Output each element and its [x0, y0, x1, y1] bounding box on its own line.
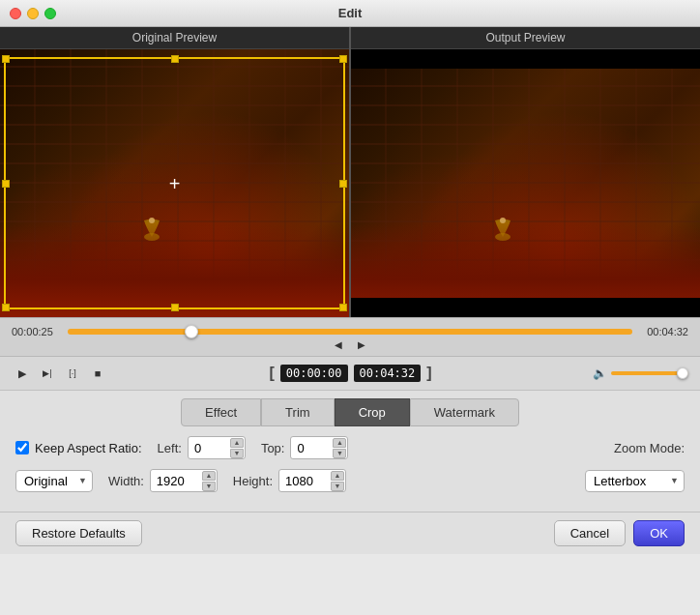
left-stepper: ▲ ▼ [230, 438, 244, 458]
width-field-group: Width: ▲ ▼ [108, 469, 218, 492]
timeline-row: 00:00:25 00:04:32 [12, 326, 688, 337]
top-stepper: ▲ ▼ [333, 438, 346, 458]
tab-watermark[interactable]: Watermark [410, 398, 519, 426]
letterbox-top [351, 49, 700, 69]
tab-effect[interactable]: Effect [181, 398, 261, 426]
left-field-group: Left: ▲ ▼ [158, 436, 246, 459]
volume-icon: 🔈 [593, 366, 607, 380]
left-stepper-up[interactable]: ▲ [230, 438, 244, 448]
bottom-right-buttons: Cancel OK [554, 520, 685, 546]
width-input-wrap: ▲ ▼ [150, 469, 218, 492]
letterbox-select-wrap: Letterbox Pan & Scan Stretch ▼ [585, 470, 685, 492]
crop-handle-tr[interactable] [339, 55, 347, 63]
output-preview-canvas [351, 49, 700, 317]
transport-area: ▶ ▶| [·] ■ [ 00:00:00 00:04:32 ] 🔈 [0, 356, 700, 390]
height-input-wrap: ▲ ▼ [278, 469, 346, 492]
window-title: Edit [338, 6, 363, 20]
left-label: Left: [158, 441, 182, 455]
controls-area: Keep Aspect Ratio: Left: ▲ ▼ Top: ▲ ▼ [0, 426, 700, 512]
height-field-group: Height: ▲ ▼ [233, 469, 346, 492]
width-label: Width: [108, 474, 144, 488]
original-preview-pane: Original Preview + [0, 27, 349, 317]
letterbox-select[interactable]: Letterbox Pan & Scan Stretch [585, 470, 685, 492]
keep-aspect-ratio-group: Keep Aspect Ratio: [15, 441, 142, 455]
transport-buttons: ▶ ▶| [·] ■ [12, 363, 108, 384]
crop-overlay[interactable]: + [4, 57, 345, 309]
crop-handle-br[interactable] [339, 304, 347, 311]
controls-row-1: Keep Aspect Ratio: Left: ▲ ▼ Top: ▲ ▼ [15, 436, 685, 459]
bottom-bar: Restore Defaults Cancel OK [0, 512, 700, 554]
keep-aspect-ratio-checkbox[interactable] [15, 441, 29, 454]
height-label: Height: [233, 474, 273, 488]
next-frame-button[interactable]: ▶| [37, 363, 58, 384]
timeline-arrows: ◀ ▶ [12, 337, 688, 352]
stop-button[interactable]: ■ [87, 363, 108, 384]
ok-button[interactable]: OK [633, 520, 685, 546]
keep-aspect-ratio-label: Keep Aspect Ratio: [35, 441, 142, 455]
top-field-group: Top: ▲ ▼ [261, 436, 349, 459]
arrow-right[interactable]: ▶ [358, 339, 365, 350]
top-label: Top: [261, 441, 285, 455]
timeline-area: 00:00:25 00:04:32 ◀ ▶ [0, 317, 700, 356]
timecode-end: 00:04:32 [354, 365, 422, 382]
height-stepper-up[interactable]: ▲ [331, 471, 344, 481]
output-preview-label: Output Preview [351, 27, 700, 49]
svg-point-3 [500, 218, 506, 223]
controls-row-2: Original 16:9 4:3 1:1 ▼ Width: ▲ ▼ Heigh… [15, 469, 685, 492]
aspect-select-wrap: Original 16:9 4:3 1:1 ▼ [15, 470, 93, 492]
top-input-wrap: ▲ ▼ [290, 436, 348, 459]
volume-track[interactable] [611, 371, 688, 375]
timeline-start-label: 00:00:25 [12, 326, 60, 337]
maximize-button[interactable] [44, 8, 56, 19]
crop-handle-bl[interactable] [2, 304, 10, 311]
output-image [351, 49, 700, 317]
tab-trim[interactable]: Trim [261, 398, 335, 426]
svg-point-2 [495, 233, 510, 241]
output-preview-pane: Output Preview [351, 27, 700, 317]
original-preview-canvas: + [0, 49, 349, 317]
play-button[interactable]: ▶ [12, 363, 33, 384]
original-preview-label: Original Preview [0, 27, 349, 49]
crop-handle-mr[interactable] [339, 180, 347, 188]
aspect-select[interactable]: Original 16:9 4:3 1:1 [15, 470, 93, 492]
arrow-left[interactable]: ◀ [335, 339, 342, 350]
cancel-button[interactable]: Cancel [554, 520, 626, 546]
timeline-thumb[interactable] [185, 325, 198, 338]
close-button[interactable] [10, 8, 21, 19]
zoom-mode-label: Zoom Mode: [614, 441, 685, 455]
height-stepper-down[interactable]: ▼ [331, 482, 344, 491]
width-stepper-up[interactable]: ▲ [202, 471, 216, 481]
bracket-left-button[interactable]: [ [269, 365, 274, 382]
bracket-right-button[interactable]: ] [426, 365, 431, 382]
crop-handle-tm[interactable] [171, 55, 179, 63]
tabs-area: Effect Trim Crop Watermark [0, 390, 700, 426]
crop-handle-tl[interactable] [2, 55, 10, 63]
letterbox-bottom [351, 298, 700, 317]
left-input-wrap: ▲ ▼ [188, 436, 246, 459]
minimize-button[interactable] [27, 8, 39, 19]
tab-crop[interactable]: Crop [335, 398, 410, 426]
timeline-end-label: 00:04:32 [640, 326, 688, 337]
crop-handle-ml[interactable] [2, 180, 10, 188]
left-stepper-down[interactable]: ▼ [230, 449, 244, 458]
traffic-lights [10, 8, 56, 19]
timeline-track[interactable] [68, 329, 632, 335]
preview-area: Original Preview + [0, 27, 700, 317]
top-stepper-up[interactable]: ▲ [333, 438, 346, 448]
timecode-start: 00:00:00 [280, 365, 348, 382]
restore-defaults-button[interactable]: Restore Defaults [15, 520, 142, 546]
crop-handle-bm[interactable] [171, 304, 179, 311]
volume-thumb[interactable] [677, 367, 688, 379]
volume-group: 🔈 [593, 366, 688, 380]
width-stepper-down[interactable]: ▼ [202, 482, 216, 491]
timecode-group: [ 00:00:00 00:04:32 ] [269, 365, 431, 382]
top-stepper-down[interactable]: ▼ [333, 449, 346, 458]
title-bar: Edit [0, 0, 700, 27]
crop-crosshair[interactable]: + [169, 172, 181, 194]
width-stepper: ▲ ▼ [202, 471, 216, 491]
trim-button[interactable]: [·] [62, 363, 83, 384]
height-stepper: ▲ ▼ [331, 471, 344, 491]
